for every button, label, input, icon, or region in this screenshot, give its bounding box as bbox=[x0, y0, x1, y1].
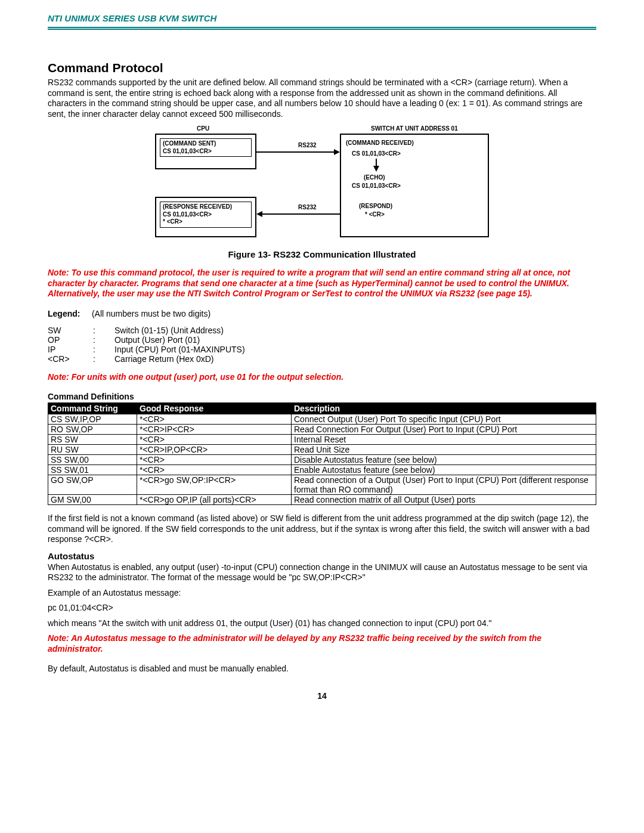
cell-response: *<CR> bbox=[137, 465, 292, 475]
figure-caption: Figure 13- RS232 Communication Illustrat… bbox=[48, 249, 596, 259]
cell-command: RU SW bbox=[48, 445, 137, 455]
cell-command: SS SW,00 bbox=[48, 455, 137, 465]
col-good-response: Good Response bbox=[137, 403, 292, 414]
cmd-def-title: Command Definitions bbox=[48, 392, 596, 401]
respond-title: (RESPOND) bbox=[359, 203, 392, 210]
table-row: SS SW,01*<CR>Enable Autostatus feature (… bbox=[48, 465, 596, 475]
cell-response: *<CR> bbox=[137, 435, 292, 445]
cell-command: SS SW,01 bbox=[48, 465, 137, 475]
legend-label: Legend bbox=[48, 309, 78, 318]
note-1: Note: To use this command protocol, the … bbox=[48, 268, 596, 299]
cell-description: Enable Autostatus feature (see below) bbox=[292, 465, 596, 475]
resp-recv-body2: * <CR> bbox=[163, 218, 249, 226]
cell-description: Connect Output (User) Port To specific I… bbox=[292, 414, 596, 425]
header-divider bbox=[48, 27, 596, 30]
cell-response: *<CR>IP,OP<CR> bbox=[137, 445, 292, 455]
switch-label: SWITCH AT UNIT ADDRESS 01 bbox=[371, 125, 458, 132]
legend-val: Input (CPU) Port (01-MAXINPUTS) bbox=[114, 345, 249, 354]
after-table-text: If the first field is not a known comman… bbox=[48, 513, 596, 545]
table-row: RS SW*<CR>Internal Reset bbox=[48, 435, 596, 445]
cell-command: GO SW,OP bbox=[48, 475, 137, 495]
autostatus-title: Autostatus bbox=[48, 551, 596, 561]
echo-title: (ECHO) bbox=[364, 174, 385, 181]
legend-val: Output (User) Port (01) bbox=[114, 335, 249, 345]
cell-response: *<CR>go OP,IP (all ports)<CR> bbox=[137, 495, 292, 505]
legend-val: Carriage Return (Hex 0xD) bbox=[114, 354, 249, 364]
legend-line: Legend: (All numbers must be two digits) bbox=[48, 309, 596, 318]
page-number: 14 bbox=[48, 691, 596, 701]
cell-description: Disable Autostatus feature (see below) bbox=[292, 455, 596, 465]
rs232-top: RS232 bbox=[298, 142, 317, 149]
cpu-label: CPU bbox=[197, 125, 209, 132]
autostatus-example: pc 01,01:04<CR> bbox=[48, 603, 596, 614]
rs232-bottom: RS232 bbox=[298, 204, 317, 211]
cell-description: Read Unit Size bbox=[292, 445, 596, 455]
autostatus-p2: Example of an Autostatus message: bbox=[48, 588, 596, 599]
table-row: RU SW*<CR>IP,OP<CR>Read Unit Size bbox=[48, 445, 596, 455]
cell-response: *<CR> bbox=[137, 414, 292, 425]
col-command-string: Command String bbox=[48, 403, 137, 414]
legend-val: Switch (01-15) (Unit Address) bbox=[114, 326, 249, 335]
autostatus-p3: which means "At the switch with unit add… bbox=[48, 618, 596, 629]
command-table: Command String Good Response Description… bbox=[48, 402, 596, 505]
table-row: SS SW,00*<CR>Disable Autostatus feature … bbox=[48, 455, 596, 465]
legend-key: OP bbox=[48, 335, 93, 345]
echo-body: CS 01,01,03<CR> bbox=[352, 182, 401, 190]
intro-text: RS232 commands supported by the unit are… bbox=[48, 78, 596, 119]
cell-command: GM SW,00 bbox=[48, 495, 137, 505]
closing-text: By default, Autostatus is disabled and m… bbox=[48, 664, 596, 674]
table-row: GM SW,00*<CR>go OP,IP (all ports)<CR>Rea… bbox=[48, 495, 596, 505]
cell-description: Read Connection For Output (User) Port t… bbox=[292, 425, 596, 435]
note-3: Note: An Autostatus message to the admin… bbox=[48, 633, 596, 654]
resp-recv-body1: CS 01,01,03<CR> bbox=[163, 211, 249, 219]
cmd-recv-body: CS 01,01,03<CR> bbox=[352, 150, 401, 157]
cell-description: Internal Reset bbox=[292, 435, 596, 445]
table-row: RO SW,OP*<CR>IP<CR>Read Connection For O… bbox=[48, 425, 596, 435]
resp-recv-title: (RESPONSE RECEIVED) bbox=[163, 203, 249, 211]
cell-response: *<CR>go SW,OP:IP<CR> bbox=[137, 475, 292, 495]
table-row: CS SW,IP,OP*<CR>Connect Output (User) Po… bbox=[48, 414, 596, 425]
cell-response: *<CR>IP<CR> bbox=[137, 425, 292, 435]
cell-response: *<CR> bbox=[137, 455, 292, 465]
note-2: Note: For units with one output (user) p… bbox=[48, 372, 596, 383]
diagram: CPU SWITCH AT UNIT ADDRESS 01 (COMMAND S… bbox=[48, 125, 596, 244]
legend-key: IP bbox=[48, 345, 93, 354]
cell-description: Read connection of a Output (User) Port … bbox=[292, 475, 596, 495]
page-header: NTI UNIMUX SERIES USB KVM SWITCH bbox=[48, 13, 596, 23]
cmd-recv-title: (COMMAND RECEIVED) bbox=[346, 140, 414, 147]
cell-command: RS SW bbox=[48, 435, 137, 445]
cell-command: RO SW,OP bbox=[48, 425, 137, 435]
legend-table: SW:Switch (01-15) (Unit Address) OP:Outp… bbox=[48, 326, 249, 364]
cell-description: Read connection matrix of all Output (Us… bbox=[292, 495, 596, 505]
respond-body: * <CR> bbox=[365, 211, 385, 218]
legend-intro: (All numbers must be two digits) bbox=[92, 309, 210, 318]
cmd-sent-title: (COMMAND SENT) bbox=[163, 140, 249, 148]
table-row: GO SW,OP*<CR>go SW,OP:IP<CR>Read connect… bbox=[48, 475, 596, 495]
legend-key: <CR> bbox=[48, 354, 93, 364]
cmd-sent-body: CS 01,01,03<CR> bbox=[163, 148, 249, 156]
cell-command: CS SW,IP,OP bbox=[48, 414, 137, 425]
section-title: Command Protocol bbox=[48, 61, 596, 75]
col-description: Description bbox=[292, 403, 596, 414]
legend-key: SW bbox=[48, 326, 93, 335]
autostatus-p1: When Autostatus is enabled, any output (… bbox=[48, 562, 596, 583]
